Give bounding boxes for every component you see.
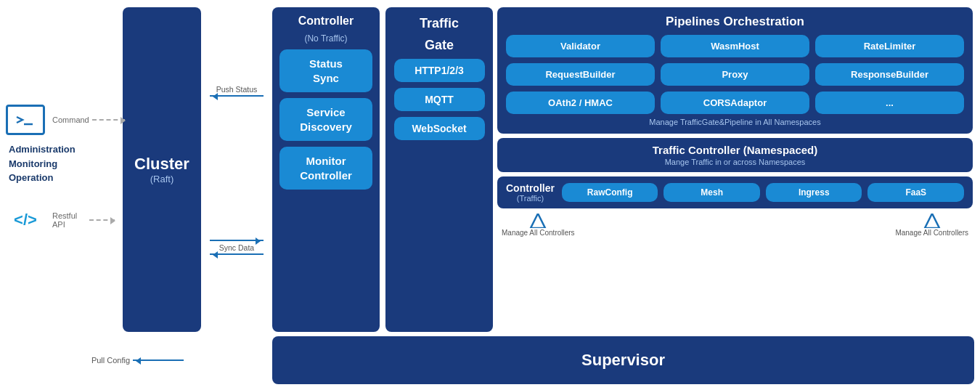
ctrl-notraf-title: Controller xyxy=(298,15,354,28)
ctrl-traffic-title: Controller xyxy=(506,182,555,194)
requestbuilder-box: RequestBuilder xyxy=(506,63,655,86)
ctrl-traffic-pills: RawConfig Mesh Ingress FaaS xyxy=(562,183,964,202)
rawconfig-box: RawConfig xyxy=(562,183,658,202)
gate-title2: Gate xyxy=(425,38,454,53)
wasmhost-box: WasmHost xyxy=(661,35,809,57)
pipelines-title: Pipelines Orchestration xyxy=(506,15,964,29)
status-sync-box: StatusSync xyxy=(279,49,372,92)
sync-data-label: Sync Data xyxy=(219,243,254,252)
pipelines-box: Pipelines Orchestration Validator WasmHo… xyxy=(497,7,973,134)
diagram: Command Administration Monitoring Operat… xyxy=(0,0,980,390)
pull-config-label: Pull Config xyxy=(91,356,130,365)
terminal-icon xyxy=(6,105,45,135)
responsebuilder-box: ResponseBuilder xyxy=(815,63,964,86)
supervisor-title: Supervisor xyxy=(581,351,665,370)
etc-box: ... xyxy=(815,92,964,114)
ctrl-traffic-sub: (Traffic) xyxy=(517,194,544,203)
controller-notraf-panel: Controller (No Traffic) StatusSync Servi… xyxy=(272,7,380,332)
orchestration-col: Pipelines Orchestration Validator WasmHo… xyxy=(497,7,973,332)
ctrl-notraf-sub: (No Traffic) xyxy=(304,33,347,44)
http-box: HTTP1/2/3 xyxy=(394,59,485,82)
push-status-label: Push Status xyxy=(216,85,258,94)
admin-label: Administration Monitoring Operation xyxy=(9,142,75,185)
pull-config-row: Pull Config xyxy=(6,356,269,365)
manage-ctrl-left-label: Manage All Controllers xyxy=(502,229,575,237)
sync-line1 xyxy=(210,240,264,241)
pipelines-grid: Validator WasmHost RateLimiter RequestBu… xyxy=(506,35,964,114)
bottom-left: Pull Config xyxy=(6,336,269,384)
top-section: Command Administration Monitoring Operat… xyxy=(6,6,974,333)
cluster-panel: Cluster (Raft) xyxy=(123,7,201,332)
service-discovery-box: ServiceDiscovery xyxy=(279,98,372,141)
sync-line2 xyxy=(210,253,264,255)
command-label: Command xyxy=(52,115,89,124)
corsadaptor-box: CORSAdaptor xyxy=(661,92,809,114)
api-dashed-line xyxy=(89,219,115,221)
ctrl-traffic-label: Controller (Traffic) xyxy=(506,182,555,203)
manage-ctrl-right-label: Manage All Controllers xyxy=(895,229,968,237)
mid-arrows: Push Status Sync Data xyxy=(205,6,268,333)
validator-box: Validator xyxy=(506,35,655,57)
manage-tg-label: Manage TrafficGate&Pipeline in All Names… xyxy=(506,118,964,126)
sync-data-arrow: Sync Data xyxy=(210,240,264,255)
bottom-section: Pull Config Supervisor xyxy=(6,336,974,384)
api-label: Restful API xyxy=(52,211,86,229)
cluster-title: Cluster xyxy=(134,155,189,174)
faas-box: FaaS xyxy=(867,183,964,202)
command-arrow: Command xyxy=(52,115,125,124)
bottom-ctrl-row: Controller (Traffic) RawConfig Mesh Ingr… xyxy=(497,176,973,208)
ingress-box: Ingress xyxy=(766,183,862,202)
supervisor-box: Supervisor xyxy=(272,336,974,384)
svg-marker-2 xyxy=(925,214,939,228)
mqtt-box: MQTT xyxy=(394,88,485,111)
traffic-gate-panel: Traffic Gate HTTP1/2/3 MQTT WebSocket xyxy=(385,7,493,332)
command-dashed-line xyxy=(92,119,125,121)
oath2-box: OAth2 / HMAC xyxy=(506,92,655,114)
push-status-arrow: Push Status xyxy=(210,85,264,97)
tc-title: Traffic Controller (Namespaced) xyxy=(653,144,818,156)
ctrl-traffic-box: Controller (Traffic) RawConfig Mesh Ingr… xyxy=(497,176,973,208)
traffic-controller-box: Traffic Controller (Namespaced) Mange Tr… xyxy=(497,138,973,172)
pull-config-line xyxy=(133,359,184,361)
push-status-line xyxy=(210,95,264,97)
up-arrow-right: Manage All Controllers xyxy=(895,214,968,237)
cluster-sub: (Raft) xyxy=(150,174,174,184)
admin-panel: Command Administration Monitoring Operat… xyxy=(6,6,118,333)
right-section: Traffic Gate HTTP1/2/3 MQTT WebSocket Pi… xyxy=(385,7,973,332)
proxy-box: Proxy xyxy=(661,63,809,86)
tc-sub: Mange Traffic in or across Namespaces xyxy=(665,158,806,166)
api-arrow: Restful API xyxy=(52,211,115,229)
xml-icon: </> xyxy=(6,206,45,235)
monitor-controller-box: MonitorController xyxy=(279,147,372,190)
manage-controllers-row: Manage All Controllers Manage All Contro… xyxy=(497,213,973,237)
websocket-box: WebSocket xyxy=(394,117,485,140)
admin-command-section: Command Administration Monitoring Operat… xyxy=(6,105,115,185)
mesh-box: Mesh xyxy=(663,183,760,202)
svg-marker-1 xyxy=(531,214,545,228)
traffic-gate-col: Traffic Gate HTTP1/2/3 MQTT WebSocket xyxy=(385,7,493,332)
up-arrow-left: Manage All Controllers xyxy=(502,214,575,237)
admin-api-section: </> Restful API xyxy=(6,206,115,235)
gate-title: Traffic xyxy=(420,16,459,32)
ratelimiter-box: RateLimiter xyxy=(815,35,964,57)
